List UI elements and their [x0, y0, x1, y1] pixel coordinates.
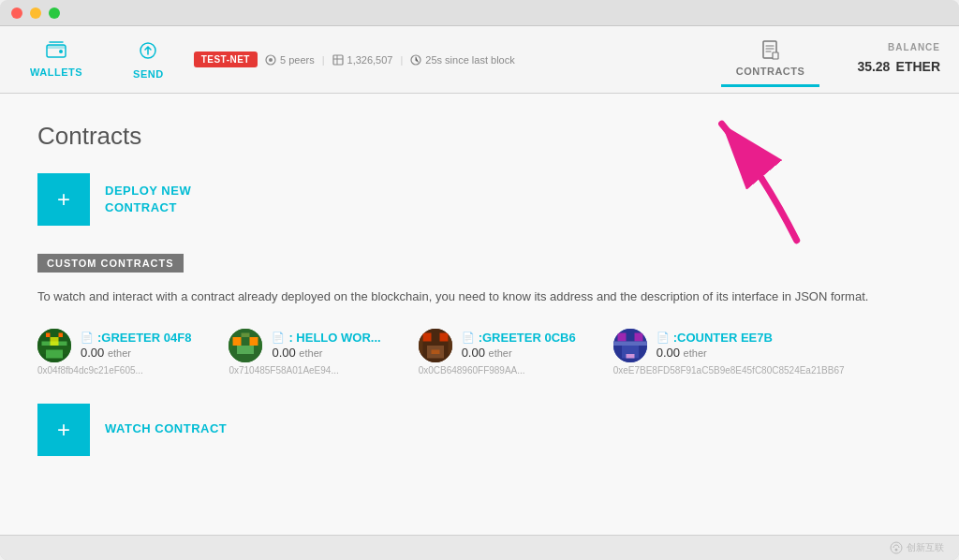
contract-item[interactable]: 📄 :GREETER 0CB6 0.00 ether 0x0CB648960FF… — [419, 329, 576, 376]
section-description: To watch and interact with a contract al… — [37, 287, 922, 306]
contract-info: 📄 : HELLO WOR... 0.00 ether — [272, 331, 380, 360]
svg-rect-1 — [47, 45, 66, 49]
contract-address: 0x710485F58A01AeE94... — [229, 365, 380, 376]
svg-point-39 — [895, 549, 898, 552]
close-button[interactable] — [11, 7, 22, 19]
title-bar — [0, 0, 959, 26]
svg-rect-21 — [237, 346, 254, 354]
contract-avatar — [229, 329, 262, 362]
contracts-nav-label: CONTRACTS — [736, 66, 805, 77]
svg-rect-9 — [773, 52, 778, 59]
svg-rect-29 — [419, 337, 423, 354]
custom-contracts-header: CUSTOM CONTRACTS — [37, 254, 184, 273]
contract-ether: 0.00 ether — [657, 346, 773, 360]
balance-label: BALANCE — [888, 42, 940, 52]
svg-point-38 — [891, 542, 902, 553]
contract-name: 📄 : HELLO WOR... — [272, 331, 380, 345]
contract-item[interactable]: 📄 :COUNTER EE7B 0.00 ether 0xeE7BE8FD58F… — [613, 329, 845, 376]
svg-rect-17 — [51, 337, 59, 346]
svg-rect-22 — [229, 341, 233, 349]
contracts-icon — [760, 40, 781, 66]
contract-info: 📄 :COUNTER EE7B 0.00 ether — [657, 331, 773, 360]
contracts-grid: 📄 :GREETER 04F8 0.00 ether 0x04f8fb4dc9c… — [37, 329, 922, 376]
contract-top: 📄 :GREETER 04F8 0.00 ether — [37, 329, 191, 362]
maximize-button[interactable] — [49, 7, 60, 19]
svg-rect-23 — [258, 341, 263, 349]
svg-rect-37 — [626, 354, 634, 359]
contract-avatar — [419, 329, 452, 362]
wallets-label: WALLETS — [30, 66, 82, 78]
svg-rect-34 — [634, 332, 642, 341]
contract-top: 📄 : HELLO WOR... 0.00 ether — [229, 329, 380, 362]
peers-stat: 5 peers — [265, 54, 315, 66]
minimize-button[interactable] — [30, 7, 41, 19]
wallets-icon — [46, 41, 66, 63]
testnet-badge: TEST-NET — [194, 52, 258, 67]
doc-icon: 📄 — [657, 332, 670, 344]
watch-contract-button[interactable]: + WATCH CONTRACT — [37, 404, 242, 456]
app-window: WALLETS SEND TEST-NET 5 peers | — [0, 0, 959, 560]
nav-bar: WALLETS SEND TEST-NET 5 peers | — [0, 26, 959, 94]
contract-top: 📄 :GREETER 0CB6 0.00 ether — [419, 329, 576, 362]
contract-avatar — [37, 329, 71, 362]
nav-stats: TEST-NET 5 peers | 1,326,507 | 25s since… — [194, 52, 515, 67]
watermark: 创新互联 — [890, 541, 944, 554]
contract-address: 0xeE7BE8FD58F91aC5B9e8E45fC80C8524Ea21BB… — [613, 365, 845, 376]
bottom-bar: 创新互联 — [0, 535, 959, 560]
contract-name: 📄 :GREETER 0CB6 — [462, 331, 576, 345]
svg-rect-35 — [613, 341, 647, 346]
contract-item[interactable]: 📄 : HELLO WOR... 0.00 ether 0x710485F58A… — [229, 329, 380, 376]
doc-icon: 📄 — [462, 332, 475, 344]
contract-ether: 0.00 ether — [81, 346, 191, 360]
watch-plus-icon: + — [37, 404, 90, 456]
contract-ether: 0.00 ether — [462, 346, 576, 360]
doc-icon: 📄 — [81, 332, 94, 344]
svg-rect-30 — [448, 337, 452, 354]
svg-rect-33 — [617, 332, 626, 341]
svg-rect-27 — [439, 332, 448, 341]
send-icon — [139, 39, 157, 65]
svg-rect-19 — [233, 337, 242, 346]
send-label: SEND — [133, 68, 164, 80]
svg-rect-12 — [46, 332, 51, 337]
doc-icon: 📄 — [272, 332, 285, 344]
contract-info: 📄 :GREETER 04F8 0.00 ether — [81, 331, 191, 360]
nav-contracts[interactable]: CONTRACTS — [721, 33, 820, 87]
svg-point-2 — [59, 50, 63, 53]
contract-name: 📄 :GREETER 04F8 — [81, 331, 191, 345]
contract-name: 📄 :COUNTER EE7B — [657, 331, 773, 345]
contract-info: 📄 :GREETER 0CB6 0.00 ether — [462, 331, 576, 360]
nav-send[interactable]: SEND — [122, 32, 175, 87]
svg-point-5 — [269, 58, 273, 62]
since-block-stat: 25s since last block — [410, 54, 514, 66]
balance-value: 35.28 ETHER — [857, 52, 940, 77]
contract-address: 0x0CB648960FF989AA... — [419, 365, 576, 376]
contract-item[interactable]: 📄 :GREETER 04F8 0.00 ether 0x04f8fb4dc9c… — [37, 329, 191, 376]
balance-section: BALANCE 35.28 ETHER — [857, 42, 940, 77]
page-title: Contracts — [37, 122, 922, 151]
contract-avatar — [613, 329, 647, 362]
watch-btn-label: WATCH CONTRACT — [90, 420, 242, 437]
svg-rect-6 — [333, 55, 343, 65]
contract-top: 📄 :COUNTER EE7B 0.00 ether — [613, 329, 845, 362]
contract-ether: 0.00 ether — [272, 346, 380, 360]
blocks-stat: 1,326,507 — [332, 54, 393, 66]
svg-rect-20 — [250, 337, 258, 346]
main-content: Contracts + DEPLOY NEWCONTRACT CUSTOM CO… — [0, 94, 959, 535]
svg-rect-24 — [242, 332, 250, 337]
deploy-plus-icon: + — [37, 173, 90, 226]
svg-rect-13 — [59, 332, 64, 337]
svg-rect-16 — [46, 349, 63, 358]
nav-wallets[interactable]: WALLETS — [19, 34, 94, 85]
contract-address: 0x04f8fb4dc9c21eF605... — [37, 365, 191, 376]
deploy-contract-button[interactable]: + DEPLOY NEWCONTRACT — [37, 173, 206, 226]
deploy-btn-label: DEPLOY NEWCONTRACT — [90, 183, 206, 216]
svg-rect-31 — [431, 349, 439, 354]
svg-rect-26 — [422, 332, 431, 341]
nav-left: WALLETS SEND — [19, 32, 175, 87]
